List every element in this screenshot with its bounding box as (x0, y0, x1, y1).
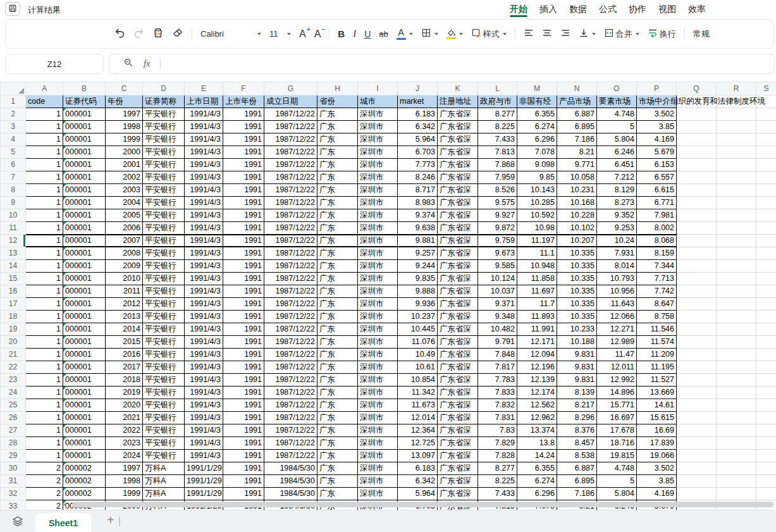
cell[interactable]: 14.24 (517, 450, 557, 462)
cell[interactable] (717, 121, 756, 133)
cell[interactable]: 广东 (317, 475, 358, 488)
cell[interactable] (756, 437, 776, 450)
cell[interactable]: 深圳市 (358, 108, 398, 121)
cell[interactable]: 8.457 (557, 437, 597, 450)
cell[interactable]: 6.895 (557, 121, 597, 133)
cell[interactable]: 1987/12/22 (264, 235, 317, 247)
cell[interactable]: 深圳市 (358, 462, 398, 475)
cell[interactable]: 广东省深 (438, 171, 478, 184)
cell[interactable] (756, 462, 776, 475)
row-header[interactable]: 8 (1, 184, 26, 197)
cell[interactable]: 万科A (143, 488, 185, 500)
cell[interactable]: 1987/12/22 (264, 197, 317, 209)
cell[interactable]: 深圳市 (358, 311, 398, 323)
cell[interactable]: 9.374 (398, 209, 438, 222)
cell[interactable]: 深圳市 (358, 121, 398, 133)
cell[interactable]: 广东省深 (438, 311, 478, 323)
row-header[interactable]: 10 (1, 209, 26, 222)
cell[interactable]: 1 (26, 298, 63, 311)
cell[interactable]: 1 (26, 349, 63, 361)
cell[interactable] (756, 247, 776, 260)
cell[interactable]: 1987/12/22 (264, 374, 317, 387)
cell[interactable]: 广东 (317, 361, 358, 374)
cell[interactable]: 1991 (223, 146, 264, 159)
cell[interactable]: 2022 (106, 424, 143, 437)
cell[interactable]: 9.881 (398, 235, 438, 247)
cell-style-button[interactable]: 样式 (471, 28, 507, 40)
cell[interactable]: 产品市场 (557, 96, 597, 108)
cell[interactable]: 6.615 (637, 184, 677, 197)
cell[interactable]: 000001 (63, 399, 106, 412)
cell[interactable]: 市场中介组织的发育和法律制度环境 (637, 96, 677, 108)
cell[interactable]: 11.527 (637, 374, 677, 387)
cell[interactable]: 10.237 (398, 311, 438, 323)
cell[interactable]: 1987/12/22 (264, 298, 317, 311)
cell[interactable] (677, 450, 717, 462)
cell[interactable]: 11.342 (398, 387, 438, 399)
cell[interactable]: 11.991 (517, 323, 557, 336)
cell[interactable]: 广东 (317, 298, 358, 311)
cell[interactable]: 广东省深 (438, 133, 478, 146)
row-header[interactable]: 18 (1, 311, 26, 323)
cell[interactable]: 8.225 (478, 121, 517, 133)
cell[interactable]: 12.094 (517, 349, 557, 361)
cell[interactable] (717, 336, 756, 349)
cell[interactable]: 1991 (223, 197, 264, 209)
cell[interactable]: 深圳市 (358, 235, 398, 247)
cell[interactable]: 9.936 (398, 298, 438, 311)
cell[interactable]: 1998 (106, 121, 143, 133)
cell[interactable]: 6.355 (517, 462, 557, 475)
cell[interactable]: 9.927 (478, 209, 517, 222)
cell[interactable] (677, 311, 717, 323)
cell[interactable]: 10.143 (517, 184, 557, 197)
cell[interactable]: 广东 (317, 159, 358, 171)
sheet-tab-sheet1[interactable]: Sheet1 (35, 513, 91, 532)
row-header[interactable]: 25 (1, 399, 26, 412)
cell[interactable]: 1991 (223, 361, 264, 374)
cell[interactable]: 1987/12/22 (264, 184, 317, 197)
cell[interactable]: 1991/4/3 (185, 387, 223, 399)
row-header[interactable]: 9 (1, 197, 26, 209)
cell[interactable]: 深圳市 (358, 247, 398, 260)
cell[interactable]: 000001 (63, 159, 106, 171)
cell[interactable]: 万科A (143, 462, 185, 475)
column-header-R[interactable]: R (717, 82, 756, 96)
cell[interactable]: 11.574 (637, 336, 677, 349)
cell[interactable]: 1991/4/3 (185, 260, 223, 273)
cell[interactable] (756, 361, 776, 374)
cell[interactable] (717, 171, 756, 184)
cell[interactable]: 6.895 (557, 475, 597, 488)
cell[interactable] (717, 146, 756, 159)
row-header[interactable]: 29 (1, 450, 26, 462)
cell[interactable]: 10.98 (517, 222, 557, 235)
row-header[interactable]: 13 (1, 247, 26, 260)
cell[interactable]: 1987/12/22 (264, 412, 317, 424)
cell[interactable]: 广东省深 (438, 336, 478, 349)
cell[interactable]: 1991 (223, 488, 264, 500)
undo-button[interactable] (114, 28, 125, 40)
cell[interactable] (756, 146, 776, 159)
cell[interactable]: 2 (26, 462, 63, 475)
cell[interactable]: 7.931 (597, 247, 637, 260)
cell[interactable]: 000001 (63, 311, 106, 323)
row-header[interactable]: 27 (1, 424, 26, 437)
cell[interactable] (677, 235, 717, 247)
cell[interactable]: 1987/12/22 (264, 260, 317, 273)
cell[interactable]: 1 (26, 209, 63, 222)
cell[interactable]: 11.197 (517, 235, 557, 247)
cell[interactable] (677, 159, 717, 171)
cell[interactable]: 广东 (317, 336, 358, 349)
row-header[interactable]: 24 (1, 387, 26, 399)
cell[interactable]: 1991 (223, 437, 264, 450)
cell[interactable]: 2 (26, 488, 63, 500)
cell[interactable]: 广东 (317, 108, 358, 121)
cell[interactable]: 2008 (106, 247, 143, 260)
cell[interactable]: 广东 (317, 146, 358, 159)
cell[interactable] (717, 197, 756, 209)
cell[interactable]: 广东省深 (438, 260, 478, 273)
cell[interactable]: 广东省深 (438, 222, 478, 235)
cell[interactable]: 1991/4/3 (185, 298, 223, 311)
cell[interactable]: 广东 (317, 450, 358, 462)
cell[interactable]: 2017 (106, 361, 143, 374)
cell[interactable]: 10.445 (398, 323, 438, 336)
